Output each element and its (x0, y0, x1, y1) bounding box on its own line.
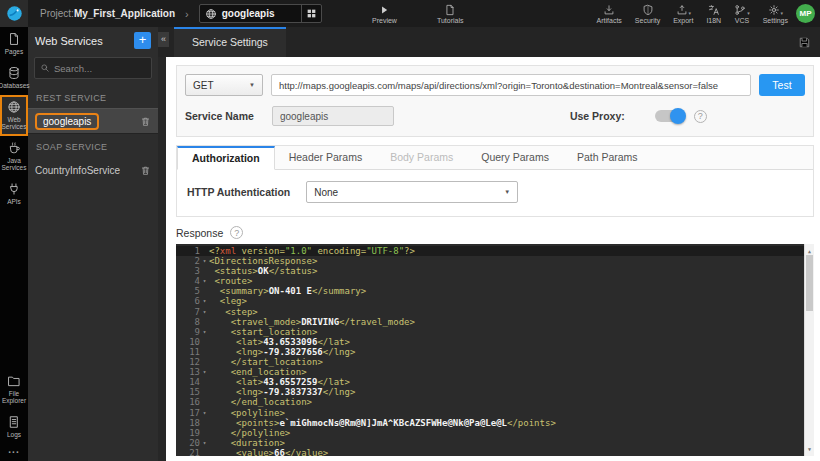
fold-gutter (200, 266, 209, 276)
artifacts-button[interactable]: Artifacts (597, 4, 622, 24)
sidebar-item-file-explorer[interactable]: File Explorer (0, 369, 28, 410)
line-number: 15 (176, 387, 200, 397)
code-line: 17▾ <polyline> (176, 408, 804, 418)
vcs-button[interactable]: ▾VCS (734, 4, 750, 24)
app-logo[interactable] (0, 0, 28, 27)
code-line: 9▾ <start_location> (176, 327, 804, 337)
sidebar-item-web-services[interactable]: Web Services (0, 95, 28, 136)
tab-query-params[interactable]: Query Params (467, 146, 563, 169)
save-icon[interactable] (798, 35, 811, 53)
fold-arrow-icon[interactable]: ▾ (200, 256, 209, 266)
code-line: 14 <lat>43.6557259</lat> (176, 377, 804, 387)
fold-arrow-icon[interactable]: ▾ (200, 296, 209, 306)
sidebar-item-pages[interactable]: Pages (0, 27, 28, 61)
sidebar-item-java-services[interactable]: Java Services (0, 136, 28, 177)
tab-header-params[interactable]: Header Params (275, 146, 377, 169)
grid-icon[interactable] (301, 5, 321, 22)
collapse-panel-button[interactable]: « (158, 32, 169, 47)
tab-path-params[interactable]: Path Params (563, 146, 652, 169)
response-code-editor[interactable]: 1<?xml version="1.0" encoding="UTF-8"?>2… (176, 244, 814, 456)
breadcrumb-chevron-icon: › (185, 8, 189, 20)
sidebar-more-button[interactable]: ... (0, 444, 28, 461)
code-line: 7▾ <step> (176, 307, 804, 317)
fold-arrow-icon[interactable]: ▾ (200, 307, 209, 317)
sidebar-item-apis[interactable]: APIs (0, 177, 28, 211)
search-input[interactable] (54, 63, 146, 74)
http-auth-select[interactable]: None▼ (306, 181, 518, 203)
main-area: « Service Settings GET▼ Test Service Nam… (158, 27, 820, 461)
code-line: 2▾<DirectionsResponse> (176, 256, 804, 266)
proxy-help-icon[interactable]: ? (694, 110, 707, 123)
fold-gutter (200, 246, 209, 256)
project-name: My_First_Application (74, 8, 175, 19)
document-tabbar: « Service Settings (158, 27, 820, 57)
code-line: 19 </polyline> (176, 428, 804, 438)
tab-body-params[interactable]: Body Params (376, 146, 467, 169)
sidebar-item-databases[interactable]: Databases (0, 61, 28, 95)
fold-arrow-icon[interactable]: ▾ (200, 367, 209, 377)
panel-header: Web Services + (28, 27, 158, 54)
editor-scrollbar[interactable]: ▲ ▼ (804, 244, 814, 456)
tab-authorization[interactable]: Authorization (177, 146, 275, 170)
play-icon (378, 4, 390, 16)
line-number: 8 (176, 317, 200, 327)
chevron-down-icon: ▾ (689, 10, 692, 16)
test-button[interactable]: Test (759, 74, 805, 96)
service-selector[interactable]: googleapis (199, 4, 322, 23)
response-help-icon[interactable]: ? (230, 226, 243, 239)
tab-service-settings[interactable]: Service Settings (174, 27, 286, 57)
code-line: 13▾ <end_location> (176, 367, 804, 377)
tutorials-icon (444, 4, 456, 16)
code-line: 6▾ <leg> (176, 296, 804, 306)
fold-gutter (200, 428, 209, 438)
line-number: 16 (176, 397, 200, 407)
scroll-thumb[interactable] (806, 255, 813, 311)
http-method-select[interactable]: GET▼ (185, 74, 263, 96)
service-sections: REST SERVICEgoogleapisSOAP SERVICECountr… (28, 85, 158, 183)
code-line: 3 <status>OK</status> (176, 266, 804, 276)
tutorials-button[interactable]: Tutorials (437, 4, 464, 24)
fold-gutter (200, 286, 209, 296)
request-url-input[interactable] (271, 74, 751, 96)
trash-icon[interactable] (140, 116, 151, 127)
line-number: 12 (176, 357, 200, 367)
scroll-down-icon[interactable]: ▼ (805, 444, 814, 454)
line-number: 17 (176, 408, 200, 418)
sidebar-item-label: APIs (7, 198, 21, 205)
service-list-item[interactable]: googleapis (28, 108, 158, 134)
wavemaker-logo-icon (6, 5, 23, 22)
fold-gutter (200, 397, 209, 407)
avatar[interactable]: MP (796, 4, 815, 23)
trash-icon[interactable] (140, 165, 151, 176)
fold-arrow-icon[interactable]: ▾ (200, 438, 209, 448)
panel-resize-strip[interactable] (158, 27, 166, 461)
fold-arrow-icon[interactable]: ▾ (200, 276, 209, 286)
sidebar-item-label: File Explorer (0, 390, 28, 404)
service-name-label: Service Name (185, 110, 254, 122)
settings-button[interactable]: ▾Settings (763, 4, 788, 24)
sidebar-item-logs[interactable]: Logs (0, 410, 28, 444)
fold-arrow-icon[interactable]: ▾ (200, 408, 209, 418)
sidebar-item-label: Pages (5, 48, 23, 55)
http-method-value: GET (193, 80, 214, 91)
service-name: googleapis (35, 113, 99, 130)
fold-gutter (200, 387, 209, 397)
authorization-panel: HTTP Authentication None▼ (177, 170, 813, 216)
security-button[interactable]: Security (635, 4, 660, 24)
preview-label: Preview (372, 17, 397, 24)
service-name: CountryInfoService (35, 165, 120, 176)
artifacts-icon (603, 4, 615, 16)
response-label: Response (176, 227, 223, 239)
response-header: Response ? (176, 226, 814, 239)
service-name-input[interactable] (272, 106, 394, 126)
preview-button[interactable]: Preview (372, 4, 397, 24)
export-button[interactable]: ▾Export (673, 4, 693, 24)
code-line: 16 </end_location> (176, 397, 804, 407)
i18n-button[interactable]: I18N (706, 4, 721, 24)
line-number: 1 (176, 246, 200, 256)
add-service-button[interactable]: + (134, 32, 151, 49)
service-list-item[interactable]: CountryInfoService (28, 157, 158, 183)
use-proxy-toggle[interactable] (655, 110, 684, 122)
globe-icon (200, 8, 222, 20)
fold-arrow-icon[interactable]: ▾ (200, 327, 209, 337)
